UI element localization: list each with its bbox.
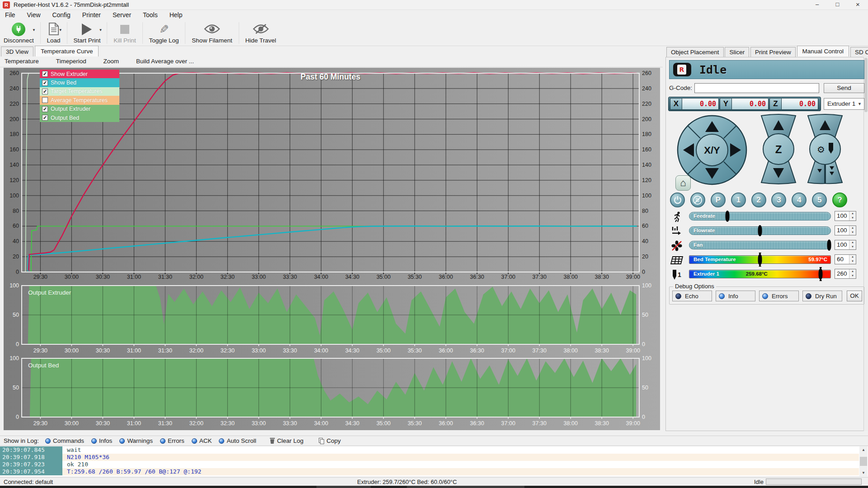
dropdown-arrow-icon[interactable]: ▼ bbox=[32, 28, 36, 32]
load-button[interactable]: ▼ Load bbox=[43, 21, 64, 45]
bed-temp-spinbox[interactable]: 60 ▲▼ bbox=[835, 254, 856, 264]
dropdown-arrow-icon[interactable]: ▼ bbox=[99, 28, 103, 32]
bed-temperature-slider[interactable]: Bed Temperature 59.97°C bbox=[689, 255, 831, 264]
flowrate-slider[interactable]: Flowrate bbox=[689, 226, 831, 235]
dry-run-toggle[interactable]: Dry Run bbox=[802, 291, 842, 301]
extruder-temperature-slider[interactable]: Extruder 1 259.68°C bbox=[689, 270, 831, 278]
legend-item-5[interactable]: ✓Output Bed bbox=[40, 113, 119, 122]
flowrate-spinbox[interactable]: 100 ▲▼ bbox=[835, 225, 856, 235]
flowrate-thumb[interactable] bbox=[758, 225, 762, 236]
scroll-down-icon[interactable]: ▼ bbox=[859, 469, 868, 476]
legend-checkbox[interactable]: ✓ bbox=[42, 115, 48, 121]
minimize-icon[interactable]: – bbox=[807, 0, 827, 10]
copy-button[interactable]: Copy bbox=[319, 437, 341, 444]
menu-file[interactable]: File bbox=[0, 10, 20, 20]
spinner-arrows[interactable]: ▲▼ bbox=[849, 211, 856, 221]
tab-object-placement[interactable]: Object Placement bbox=[666, 47, 724, 57]
power-button[interactable] bbox=[670, 192, 685, 207]
disconnect-button[interactable]: ▼ Disconnect bbox=[0, 21, 38, 45]
feedrate-spinbox[interactable]: 100 ▲▼ bbox=[835, 211, 856, 221]
bed-temp-thumb[interactable] bbox=[758, 254, 762, 265]
info-toggle[interactable]: Info bbox=[716, 291, 755, 301]
menu-server[interactable]: Server bbox=[108, 10, 136, 20]
legend-checkbox[interactable]: ✓ bbox=[42, 71, 48, 77]
document-icon bbox=[48, 22, 59, 37]
dropdown-arrow-icon[interactable]: ▼ bbox=[59, 28, 62, 32]
menu-timeperiod[interactable]: Timeperiod bbox=[55, 57, 93, 65]
menu-config[interactable]: Config bbox=[47, 10, 75, 20]
maximize-icon[interactable]: □ bbox=[827, 0, 848, 10]
legend-item-3[interactable]: Average Temperatures bbox=[40, 96, 119, 104]
svg-text:20: 20 bbox=[642, 253, 648, 260]
spinner-arrows[interactable]: ▲▼ bbox=[849, 269, 856, 278]
menu-help[interactable]: Help bbox=[165, 10, 188, 20]
extruder-jog-pad[interactable]: ⚙ bbox=[802, 114, 848, 184]
menu-tools[interactable]: Tools bbox=[138, 10, 163, 20]
extruder-temp-spinbox[interactable]: 260 ▲▼ bbox=[835, 269, 856, 279]
script-1-button[interactable]: 1 bbox=[731, 192, 746, 207]
trash-icon bbox=[270, 438, 275, 444]
tab-3d-view[interactable]: 3D View bbox=[1, 47, 33, 56]
feedrate-icon bbox=[670, 211, 684, 223]
errors-log-toggle[interactable]: Errors bbox=[160, 437, 184, 444]
legend-item-4[interactable]: ✓Output Extruder bbox=[40, 105, 119, 113]
script-5-button[interactable]: 5 bbox=[812, 192, 827, 207]
menu-build-average[interactable]: Build Average over ... bbox=[135, 57, 200, 65]
fan-spinbox[interactable]: 100 ▲▼ bbox=[835, 240, 856, 250]
start-print-button[interactable]: ▼ Start Print bbox=[70, 21, 104, 45]
show-filament-button[interactable]: Show Filament bbox=[188, 21, 236, 45]
legend-checkbox[interactable]: ✓ bbox=[42, 106, 48, 112]
ok-button[interactable]: OK bbox=[847, 291, 862, 301]
legend-item-2[interactable]: ✓Target Temperatures bbox=[40, 87, 119, 96]
svg-text:200: 200 bbox=[9, 116, 19, 122]
tab-temperature-curve[interactable]: Temperature Curve bbox=[35, 46, 99, 56]
legend-item-0[interactable]: ✓Show Extruder bbox=[40, 70, 119, 78]
motors-off-button[interactable] bbox=[690, 192, 705, 207]
home-button[interactable]: ⌂ bbox=[675, 175, 691, 191]
gcode-input[interactable] bbox=[694, 83, 819, 93]
close-icon[interactable]: × bbox=[848, 0, 868, 10]
send-button[interactable]: Send bbox=[824, 83, 864, 93]
extruder-select[interactable]: Extruder 1 ▼ bbox=[824, 98, 864, 110]
menu-view[interactable]: View bbox=[22, 10, 45, 20]
spinner-arrows[interactable]: ▲▼ bbox=[849, 226, 856, 235]
errors-toggle[interactable]: Errors bbox=[759, 291, 799, 301]
spinner-arrows[interactable]: ▲▼ bbox=[849, 255, 856, 264]
tab-sd-card[interactable]: SD Card bbox=[850, 47, 868, 57]
echo-toggle[interactable]: Echo bbox=[672, 291, 712, 301]
tab-manual-control[interactable]: Manual Control bbox=[797, 46, 849, 56]
fan-thumb[interactable] bbox=[827, 239, 831, 251]
clear-log-button[interactable]: Clear Log bbox=[270, 437, 304, 444]
ack-toggle[interactable]: ACK bbox=[192, 437, 212, 444]
legend-item-1[interactable]: ✓Show Bed bbox=[40, 78, 119, 87]
extruder-temp-thumb[interactable] bbox=[819, 268, 823, 280]
legend-checkbox[interactable]: ✓ bbox=[42, 89, 48, 94]
spinner-arrows[interactable]: ▲▼ bbox=[849, 240, 856, 249]
script-4-button[interactable]: 4 bbox=[792, 192, 807, 207]
hide-travel-button[interactable]: Hide Travel bbox=[241, 21, 279, 45]
menu-zoom[interactable]: Zoom bbox=[103, 57, 126, 65]
fan-slider[interactable]: Fan bbox=[689, 241, 831, 249]
menu-temperature[interactable]: Temperature bbox=[4, 57, 45, 65]
script-2-button[interactable]: 2 bbox=[751, 192, 766, 207]
park-button[interactable]: P bbox=[711, 192, 726, 207]
scroll-up-icon[interactable]: ▲ bbox=[859, 446, 868, 453]
warnings-toggle[interactable]: Warnings bbox=[119, 437, 153, 444]
svg-text:29:30: 29:30 bbox=[33, 347, 47, 354]
menu-printer[interactable]: Printer bbox=[77, 10, 106, 20]
infos-toggle[interactable]: Infos bbox=[91, 437, 112, 444]
kill-print-button[interactable]: Kill Print bbox=[110, 21, 140, 45]
legend-checkbox[interactable] bbox=[42, 97, 48, 103]
commands-toggle[interactable]: Commands bbox=[45, 437, 84, 444]
auto-scroll-toggle[interactable]: Auto Scroll bbox=[219, 437, 256, 444]
log-scrollbar[interactable]: ▲ ▼ bbox=[859, 446, 868, 476]
z-jog-pad[interactable]: Z bbox=[756, 114, 801, 184]
legend-checkbox[interactable]: ✓ bbox=[42, 80, 48, 86]
tab-print-preview[interactable]: Print Preview bbox=[750, 47, 796, 57]
tab-slicer[interactable]: Slicer bbox=[725, 47, 749, 57]
help-button[interactable]: ? bbox=[832, 192, 847, 207]
feedrate-thumb[interactable] bbox=[726, 211, 730, 222]
script-3-button[interactable]: 3 bbox=[771, 192, 786, 207]
toggle-log-button[interactable]: ✎ Toggle Log bbox=[146, 21, 183, 45]
feedrate-slider[interactable]: Feedrate bbox=[689, 212, 831, 221]
